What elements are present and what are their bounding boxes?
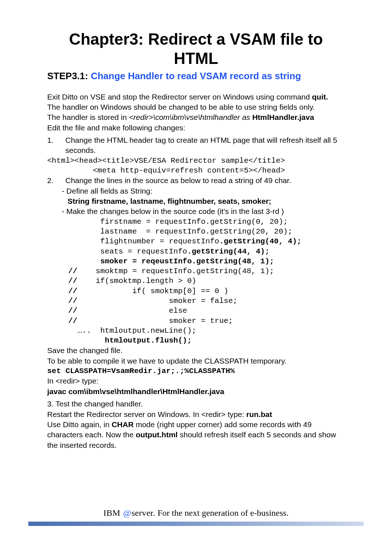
- step-heading: STEP3.1: Change Handler to read VSAM rec…: [47, 70, 345, 82]
- string-declaration: String firstname, lastname, flightnumber…: [47, 196, 345, 206]
- footer-at-icon: @: [123, 508, 131, 518]
- list-text: Change the HTML header tag to create an …: [65, 135, 345, 156]
- code-line: // if( smoktmp[0] == 0 ): [68, 286, 345, 296]
- sub-bullet-a: - Define all fields as String:: [47, 186, 345, 196]
- text: smoktmp = requestInfo.getString(48, 1);: [77, 267, 274, 275]
- paragraph-compile: To be able to compile it we have to upda…: [47, 356, 345, 366]
- code-block: firstname = requestInfo.getString(0, 20)…: [68, 217, 345, 346]
- bold-text: .getString(40, 4);: [219, 237, 302, 246]
- list-number: 1.: [47, 135, 65, 156]
- text: Restart the Redirector server on Windows…: [47, 410, 246, 418]
- text: The handler is stored in: [47, 113, 129, 121]
- code-line: // smoker = false;: [68, 296, 345, 306]
- code-set-classpath: set CLASSPATH=VsamRedir.jar;.;%CLASSPATH…: [47, 366, 345, 376]
- document-page: Chapter3: Redirect a VSAM file to HTML S…: [0, 0, 392, 450]
- code-line: // smoker = true;: [68, 316, 345, 326]
- footer-gradient-bar: [28, 522, 364, 526]
- code-line-bold: smoker = reqeustInfo.getString(48, 1);: [68, 256, 345, 266]
- step-title: Change Handler to read VSAM record as st…: [91, 70, 301, 81]
- footer-ibm: IBM: [103, 508, 123, 518]
- code-line: seats = requestInfo.getString(44, 4);: [68, 247, 345, 256]
- paragraph-1: Exit Ditto on VSE and stop the Redirecto…: [47, 92, 345, 102]
- comment-marker: //: [68, 297, 77, 305]
- paragraph-4: Edit the file and make following changes…: [47, 123, 345, 133]
- comment-marker: //: [68, 317, 77, 325]
- paragraph-redir-type: In <redir> type:: [47, 376, 345, 386]
- paragraph-ditto: Use Ditto again, in CHAR mode (right upp…: [47, 420, 345, 450]
- bold-text: .getString(44, 4);: [187, 247, 270, 256]
- handler-path: <redir>\com\ibm\vse\htmlhandler as: [129, 113, 252, 121]
- chapter-title: Chapter3: Redirect a VSAM file to HTML: [47, 30, 345, 68]
- handler-file: HtmlHandler.java: [252, 113, 314, 121]
- text: if( smoktmp[0] == 0 ): [77, 287, 228, 295]
- code-line: // if(smoktmp.length > 0): [68, 276, 345, 286]
- code-line: firstname = requestInfo.getString(0, 20)…: [68, 217, 345, 227]
- quit-command: quit.: [312, 93, 328, 101]
- list-item-1: 1. Change the HTML header tag to create …: [47, 135, 345, 156]
- text: if(smoktmp.length > 0): [77, 277, 196, 285]
- paragraph-2: The handler on Windows should be changed…: [47, 102, 345, 112]
- list-number: 2.: [47, 175, 65, 186]
- footer-tagline: IBM @server. For the next generation of …: [0, 508, 392, 518]
- text: seats = requestInfo: [68, 247, 187, 256]
- run-bat: run.bat: [246, 410, 272, 418]
- comment-marker: //: [68, 287, 77, 295]
- code-line: // else: [68, 306, 345, 316]
- text: flightnumber = requestInfo: [68, 237, 219, 246]
- footer-server: server.: [131, 508, 158, 518]
- code-line-bold: htmloutput.flush();: [68, 336, 345, 345]
- text: smoker = true;: [77, 317, 233, 325]
- footer-rest: For the next generation of e-business.: [158, 508, 289, 518]
- step-label: STEP3.1:: [47, 70, 91, 81]
- text: else: [77, 307, 187, 315]
- comment-marker: //: [68, 307, 77, 315]
- code-html-head-2: <meta http-equiv=refresh content=5></hea…: [47, 166, 345, 175]
- paragraph-restart: Restart the Redirector server on Windows…: [47, 409, 345, 420]
- code-line: lastname = requestInfo.getString(20, 20)…: [68, 227, 345, 236]
- char-mode: CHAR: [111, 420, 134, 429]
- comment-marker: //: [68, 267, 77, 275]
- list-text: Change the lines in the source as below …: [65, 175, 345, 186]
- code-html-head-1: <html><head><title>VSE/ESA Redirector sa…: [47, 156, 345, 166]
- list-item-2: 2. Change the lines in the source as bel…: [47, 175, 345, 186]
- comment-marker: //: [68, 277, 77, 285]
- sub-bullet-b: - Make the changes below in the source c…: [47, 206, 345, 216]
- output-html: output.html: [136, 430, 177, 439]
- paragraph-test: 3. Test the changed handler.: [47, 399, 345, 409]
- paragraph-save: Save the changed file.: [47, 345, 345, 356]
- paragraph-3: The handler is stored in <redir>\com\ibm…: [47, 112, 345, 122]
- code-line: // smoktmp = requestInfo.getString(48, 1…: [68, 266, 345, 276]
- text: Exit Ditto on VSE and stop the Redirecto…: [47, 93, 312, 101]
- code-line: ….. htmloutput.newLine();: [68, 326, 345, 336]
- text: smoker = false;: [77, 297, 237, 305]
- javac-command: javac com\ibm\vse\htmlhandler\HtmlHandle…: [47, 386, 345, 397]
- code-line: flightnumber = requestInfo.getString(40,…: [68, 236, 345, 246]
- text: Use Ditto again, in: [47, 420, 111, 429]
